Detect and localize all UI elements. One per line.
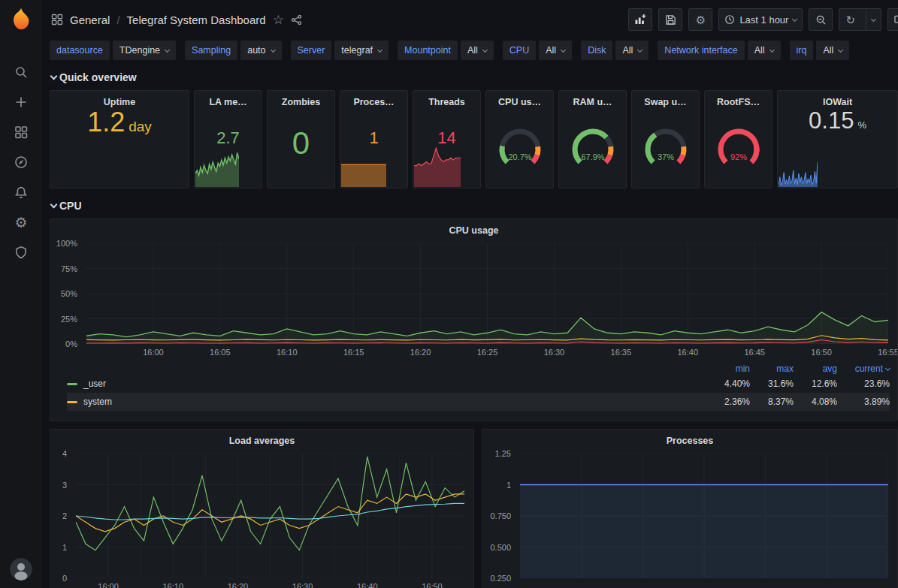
panel-title[interactable]: RAM u… bbox=[559, 91, 626, 109]
variable-value-dropdown[interactable]: auto bbox=[240, 41, 281, 60]
variable-sampling: Samplingauto bbox=[185, 41, 281, 60]
clock-icon bbox=[724, 14, 735, 25]
share-icon[interactable] bbox=[291, 14, 302, 26]
server-admin-button[interactable] bbox=[6, 237, 36, 267]
variable-value-dropdown[interactable]: All bbox=[748, 41, 781, 60]
panel-title[interactable]: IOWait bbox=[778, 91, 897, 109]
legend-avg: 12.6% bbox=[794, 378, 837, 389]
cpu-y-axis: 100%75%50%25%0% bbox=[55, 243, 82, 344]
refresh-button[interactable]: ↻ bbox=[839, 9, 861, 30]
variable-value-dropdown[interactable]: All bbox=[615, 41, 649, 60]
refresh-interval-dropdown[interactable] bbox=[866, 9, 881, 30]
plus-icon bbox=[14, 95, 28, 109]
threads-value: 14 bbox=[413, 128, 480, 148]
alerting-button[interactable] bbox=[6, 177, 36, 207]
variable-cpu: CPUAll bbox=[503, 41, 572, 60]
legend-col-min[interactable]: min bbox=[706, 363, 750, 374]
variable-label: irq bbox=[790, 41, 814, 60]
variable-value-dropdown[interactable]: All bbox=[539, 41, 572, 60]
star-icon[interactable]: ☆ bbox=[273, 14, 284, 26]
iowait-unit: % bbox=[857, 119, 866, 131]
breadcrumb-folder[interactable]: General bbox=[70, 14, 110, 26]
series-color-mark bbox=[67, 401, 77, 403]
legend-series-toggle[interactable]: _user bbox=[67, 378, 706, 389]
dashboard-settings-button[interactable]: ⚙ bbox=[688, 8, 712, 31]
search-button[interactable] bbox=[6, 57, 36, 87]
grafana-logo[interactable] bbox=[8, 6, 34, 32]
tv-mode-button[interactable] bbox=[887, 8, 898, 31]
row-title-label: Quick overview bbox=[59, 71, 137, 83]
panel-rootfs-gauge: RootFS… 92% bbox=[704, 90, 773, 188]
variable-value-dropdown[interactable]: All bbox=[816, 41, 849, 60]
add-panel-button[interactable] bbox=[628, 8, 652, 31]
zoom-out-button[interactable] bbox=[809, 8, 833, 31]
create-button[interactable] bbox=[6, 87, 36, 117]
variable-label: datasource bbox=[50, 41, 110, 60]
cpu-plot[interactable] bbox=[86, 243, 888, 344]
configuration-button[interactable]: ⚙ bbox=[6, 207, 36, 237]
variable-disk: DiskAll bbox=[581, 41, 649, 60]
zombies-value: 0 bbox=[292, 128, 310, 159]
explore-button[interactable] bbox=[6, 147, 36, 177]
panel-title[interactable]: Threads bbox=[413, 91, 480, 109]
legend-col-current[interactable]: current bbox=[837, 363, 890, 374]
legend-series-toggle[interactable]: system bbox=[67, 397, 706, 407]
variable-value-dropdown[interactable]: telegraf bbox=[334, 41, 389, 60]
dashboards-button[interactable] bbox=[6, 117, 36, 147]
search-icon bbox=[14, 65, 28, 79]
load-averages-lines bbox=[76, 454, 464, 578]
panel-threads: Threads 14 bbox=[413, 90, 481, 188]
legend-row: _user4.40%31.6%12.6%23.6% bbox=[67, 375, 890, 393]
chevron-down-icon bbox=[50, 73, 58, 80]
iowait-sparkline bbox=[779, 148, 818, 187]
panel-title[interactable]: CPU usage bbox=[50, 219, 897, 237]
legend-current: 3.89% bbox=[837, 397, 890, 407]
processes-plot[interactable] bbox=[520, 454, 888, 578]
save-dashboard-button[interactable] bbox=[658, 8, 682, 31]
time-range-picker[interactable]: Last 1 hour bbox=[718, 8, 803, 31]
tick-label: 0.750 bbox=[490, 511, 511, 520]
zombies-value-area: 0 bbox=[268, 109, 334, 188]
user-avatar[interactable] bbox=[10, 558, 32, 580]
variable-network-interface: Network interfaceAll bbox=[658, 41, 780, 60]
bell-icon bbox=[14, 185, 28, 199]
variable-value-dropdown[interactable]: TDengine bbox=[113, 41, 176, 60]
variable-datasource: datasourceTDengine bbox=[50, 41, 176, 60]
load-plot[interactable] bbox=[76, 454, 464, 578]
tick-label: 1.25 bbox=[495, 449, 511, 458]
dashboard-grid-icon bbox=[51, 14, 63, 26]
row-quick-overview[interactable]: Quick overview bbox=[50, 68, 898, 87]
ram-usage-gauge: 67.9% bbox=[563, 125, 623, 173]
variable-value-dropdown[interactable]: All bbox=[461, 41, 494, 60]
panel-title[interactable]: Proces… bbox=[340, 91, 407, 109]
legend-row: 0.626%4.11%1.19%1.24% bbox=[67, 411, 890, 416]
panel-title[interactable]: Processes bbox=[482, 430, 897, 448]
cpu-x-axis: 16:0016:0516:1016:1516:2016:2516:3016:35… bbox=[86, 345, 888, 357]
row-cpu[interactable]: CPU bbox=[50, 196, 898, 216]
legend-min: 0.626% bbox=[706, 415, 750, 416]
panel-title[interactable]: Load averages bbox=[50, 430, 473, 448]
chevron-down-icon bbox=[50, 201, 58, 209]
panel-title[interactable]: RootFS… bbox=[705, 91, 772, 109]
variable-irq: irqAll bbox=[790, 41, 850, 60]
panel-ram-usage-gauge: RAM u… 67.9% bbox=[558, 90, 627, 188]
legend-col-avg[interactable]: avg bbox=[794, 363, 837, 374]
tick-label: 16:30 bbox=[544, 348, 565, 357]
legend-max: 4.11% bbox=[750, 415, 794, 416]
legend-col-max[interactable]: max bbox=[750, 363, 794, 374]
dashboard-header: General / Telegraf System Dashboard ☆ bbox=[42, 0, 898, 39]
la-value: 2.7 bbox=[195, 128, 262, 148]
panel-title[interactable]: Swap u… bbox=[632, 91, 699, 109]
save-icon bbox=[665, 14, 676, 26]
panel-title[interactable]: CPU us… bbox=[486, 91, 553, 109]
dashboard-title[interactable]: Telegraf System Dashboard bbox=[127, 14, 266, 26]
legend-max: 8.37% bbox=[750, 397, 794, 407]
variable-label: CPU bbox=[503, 41, 536, 60]
tick-label: 16:20 bbox=[410, 348, 431, 357]
chevron-down-icon bbox=[769, 47, 774, 52]
panel-swap-usage-gauge: Swap u… 37% bbox=[631, 90, 700, 188]
tick-label: 0.500 bbox=[490, 543, 511, 552]
chevron-down-icon bbox=[165, 47, 170, 52]
panel-title[interactable]: Zombies bbox=[268, 91, 334, 109]
panel-title[interactable]: LA me… bbox=[195, 91, 262, 109]
